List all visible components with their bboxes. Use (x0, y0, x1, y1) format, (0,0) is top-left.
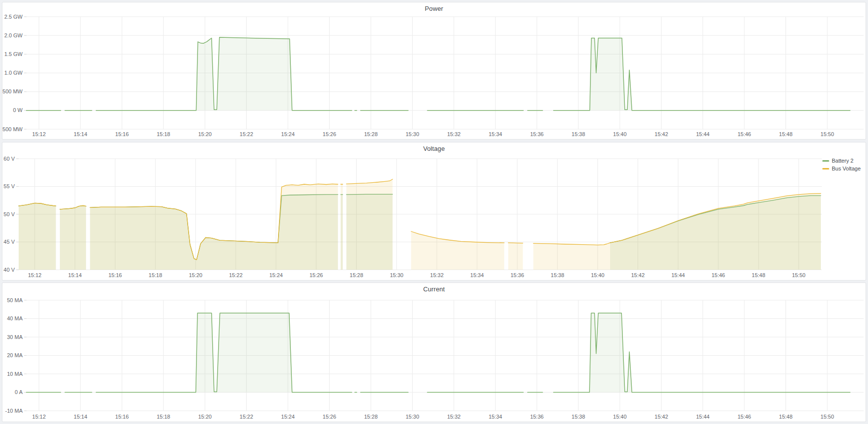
svg-text:15:46: 15:46 (711, 272, 725, 278)
svg-text:10 MA: 10 MA (7, 371, 23, 377)
svg-text:15:24: 15:24 (281, 414, 295, 420)
svg-text:15:26: 15:26 (323, 131, 336, 137)
svg-text:15:32: 15:32 (447, 414, 461, 420)
svg-text:15:34: 15:34 (489, 131, 503, 137)
svg-text:15:20: 15:20 (198, 131, 212, 137)
power-panel: 2.5 GW2.0 GW1.5 GW1.0 GW500 MW0 W-500 MW… (2, 2, 866, 140)
svg-text:15:46: 15:46 (737, 131, 751, 137)
svg-text:60 V: 60 V (3, 156, 15, 162)
battery-2-color-swatch (822, 160, 829, 162)
svg-text:15:30: 15:30 (390, 272, 404, 278)
legend-item-battery-2[interactable]: Battery 2 (822, 158, 853, 164)
svg-text:15:22: 15:22 (240, 131, 253, 137)
svg-text:20 MA: 20 MA (7, 352, 23, 358)
svg-text:45 V: 45 V (3, 239, 15, 245)
voltage-chart[interactable]: 60 V55 V50 V45 V40 V15:1215:1415:1615:18… (2, 142, 866, 280)
svg-text:15:18: 15:18 (149, 272, 163, 278)
legend-label-battery-2: Battery 2 (832, 158, 853, 164)
svg-text:15:30: 15:30 (406, 131, 420, 137)
svg-text:15:32: 15:32 (430, 272, 444, 278)
power-chart[interactable]: 2.5 GW2.0 GW1.5 GW1.0 GW500 MW0 W-500 MW… (2, 2, 866, 139)
svg-text:15:50: 15:50 (820, 414, 834, 420)
svg-text:15:40: 15:40 (613, 131, 627, 137)
svg-text:15:38: 15:38 (572, 131, 586, 137)
svg-text:15:44: 15:44 (696, 414, 710, 420)
svg-text:15:14: 15:14 (68, 272, 82, 278)
svg-text:15:18: 15:18 (157, 131, 170, 137)
svg-text:15:50: 15:50 (820, 131, 834, 137)
svg-text:15:16: 15:16 (115, 414, 129, 420)
current-chart[interactable]: 50 MA40 MA30 MA20 MA10 MA0 A-10 MA15:121… (2, 283, 866, 422)
svg-text:15:28: 15:28 (364, 131, 378, 137)
svg-text:15:22: 15:22 (240, 414, 253, 420)
svg-text:50 V: 50 V (3, 211, 15, 217)
svg-text:50 MA: 50 MA (7, 297, 23, 303)
svg-text:15:16: 15:16 (109, 272, 122, 278)
svg-text:55 V: 55 V (3, 183, 15, 189)
svg-text:-10 MA: -10 MA (5, 408, 23, 414)
svg-text:15:44: 15:44 (696, 131, 710, 137)
legend-item-bus-voltage[interactable]: Bus Voltage (822, 166, 861, 171)
svg-text:1.5 GW: 1.5 GW (4, 51, 23, 57)
svg-text:0 A: 0 A (15, 389, 23, 395)
svg-text:15:20: 15:20 (189, 272, 202, 278)
svg-text:15:50: 15:50 (792, 272, 806, 278)
svg-text:15:26: 15:26 (323, 414, 336, 420)
svg-text:15:22: 15:22 (229, 272, 243, 278)
svg-text:15:12: 15:12 (32, 414, 46, 420)
svg-text:-500 MW: -500 MW (2, 126, 23, 132)
svg-text:2.5 GW: 2.5 GW (4, 14, 23, 20)
bus-voltage-color-swatch (822, 168, 829, 170)
svg-text:15:48: 15:48 (779, 414, 793, 420)
svg-text:15:34: 15:34 (470, 272, 484, 278)
svg-text:40 MA: 40 MA (7, 315, 23, 321)
current-panel: 50 MA40 MA30 MA20 MA10 MA0 A-10 MA15:121… (2, 283, 866, 422)
svg-text:15:28: 15:28 (350, 272, 364, 278)
svg-text:15:38: 15:38 (551, 272, 564, 278)
svg-text:15:30: 15:30 (406, 414, 420, 420)
svg-text:30 MA: 30 MA (7, 334, 23, 340)
svg-text:15:28: 15:28 (364, 414, 378, 420)
svg-text:0 W: 0 W (13, 107, 23, 113)
svg-text:15:42: 15:42 (655, 131, 669, 137)
svg-text:15:42: 15:42 (631, 272, 645, 278)
svg-text:15:48: 15:48 (779, 131, 793, 137)
svg-text:15:24: 15:24 (281, 131, 295, 137)
svg-text:15:14: 15:14 (74, 414, 87, 420)
current-panel-title[interactable]: Current (2, 285, 866, 293)
voltage-legend: Battery 2 Bus Voltage (822, 158, 861, 171)
voltage-panel: 60 V55 V50 V45 V40 V15:1215:1415:1615:18… (2, 142, 866, 281)
svg-text:15:24: 15:24 (269, 272, 283, 278)
power-panel-title[interactable]: Power (2, 5, 866, 12)
voltage-panel-title[interactable]: Voltage (2, 145, 866, 152)
svg-text:15:34: 15:34 (489, 414, 503, 420)
svg-text:40 V: 40 V (3, 267, 15, 273)
svg-text:15:26: 15:26 (309, 272, 323, 278)
svg-text:15:12: 15:12 (28, 272, 42, 278)
svg-text:15:46: 15:46 (737, 414, 751, 420)
svg-text:15:32: 15:32 (447, 131, 461, 137)
svg-text:15:18: 15:18 (157, 414, 170, 420)
svg-text:15:36: 15:36 (530, 414, 544, 420)
legend-label-bus-voltage: Bus Voltage (832, 166, 861, 171)
svg-text:15:36: 15:36 (510, 272, 524, 278)
svg-text:15:42: 15:42 (655, 414, 669, 420)
svg-text:15:44: 15:44 (672, 272, 685, 278)
svg-text:15:38: 15:38 (572, 414, 586, 420)
svg-text:15:40: 15:40 (591, 272, 605, 278)
svg-text:15:16: 15:16 (115, 131, 129, 137)
svg-text:15:14: 15:14 (74, 131, 87, 137)
svg-text:15:36: 15:36 (530, 131, 544, 137)
svg-text:500 MW: 500 MW (2, 88, 23, 94)
svg-text:1.0 GW: 1.0 GW (4, 70, 23, 76)
svg-text:15:20: 15:20 (198, 414, 212, 420)
svg-text:15:12: 15:12 (32, 131, 46, 137)
svg-text:15:40: 15:40 (613, 414, 627, 420)
svg-text:15:48: 15:48 (752, 272, 765, 278)
svg-text:2.0 GW: 2.0 GW (4, 32, 23, 38)
